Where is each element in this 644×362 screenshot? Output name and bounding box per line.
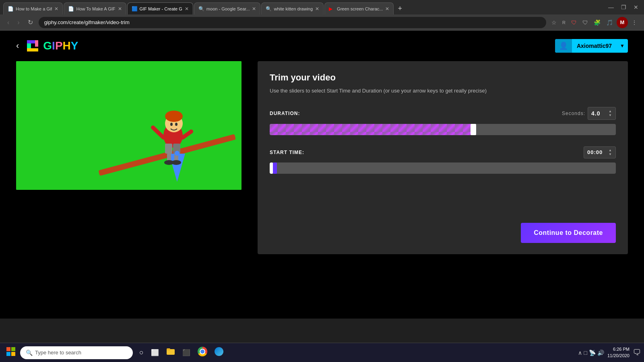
menu-button[interactable]: ⋮	[630, 18, 639, 27]
duration-label: DURATION:	[270, 111, 300, 116]
tab-favicon-4: 🔍	[198, 6, 204, 12]
video-character-svg	[16, 61, 242, 190]
duration-label-row: DURATION: Seconds: 4.0 ▲ ▼	[270, 107, 616, 120]
edge-icon	[215, 347, 223, 356]
tab-6[interactable]: ▶ Green screen Charac... ✕	[324, 2, 394, 14]
tab-title-1: How to Make a Gif	[16, 6, 52, 11]
spinner-down[interactable]: ▼	[609, 114, 612, 117]
duration-slider-handle[interactable]	[471, 124, 476, 135]
file-explorer-button[interactable]	[163, 346, 178, 360]
giphy-wordmark: G I P H Y	[43, 39, 78, 52]
time-control: 00:00 ▲ ▼	[584, 146, 616, 158]
user-menu[interactable]: 👤 Axiomattic97 ▼	[555, 39, 628, 53]
browser-chrome: 📄 How to Make a Gif ✕ 📄 How To Make A GI…	[0, 0, 644, 362]
tab-close-4[interactable]: ✕	[252, 6, 256, 12]
tab-favicon-2: 📄	[68, 6, 74, 12]
continue-button[interactable]: Continue to Decorate	[521, 223, 616, 243]
panel-description: Use the sliders to select Start Time and…	[270, 87, 616, 95]
duration-slider-track[interactable]	[270, 124, 616, 135]
time-spinner-arrows: ▲ ▼	[609, 149, 612, 156]
tab-2[interactable]: 📄 How To Make A GIF ✕	[64, 2, 126, 14]
time-spinner-down[interactable]: ▼	[609, 153, 612, 156]
tab-close-3[interactable]: ✕	[185, 6, 189, 12]
giphy-logo-icon	[25, 39, 40, 53]
back-button[interactable]: ‹	[5, 17, 12, 28]
media-button[interactable]: 🎵	[604, 18, 615, 27]
svg-rect-27	[167, 348, 170, 350]
tab-title-3: GIF Maker - Create G	[140, 6, 182, 11]
readonly-mode-button[interactable]: R	[560, 19, 568, 27]
logo-letter-g: G	[43, 39, 52, 52]
logo-letter-h: H	[63, 39, 71, 52]
profile-button[interactable]: M	[617, 17, 628, 28]
start-time-slider-handle[interactable]	[273, 162, 277, 174]
spinner-up[interactable]: ▲	[609, 110, 612, 113]
tab-favicon-5: 🔍	[266, 6, 271, 12]
user-avatar-area: 👤	[555, 39, 572, 53]
edge-button[interactable]	[211, 346, 227, 360]
seconds-input[interactable]: 4.0 ▲ ▼	[588, 107, 616, 120]
tab-1[interactable]: 📄 How to Make a Gif ✕	[3, 2, 63, 14]
svg-point-16	[165, 111, 183, 122]
tab-close-2[interactable]: ✕	[118, 6, 122, 12]
svg-rect-9	[165, 144, 172, 154]
tab-4[interactable]: 🔍 moon - Google Sear... ✕	[194, 2, 261, 14]
forward-button[interactable]: ›	[15, 17, 22, 28]
extensions-button[interactable]: 🧩	[592, 18, 603, 27]
giphy-back-button[interactable]: ‹	[16, 41, 19, 51]
shield-button[interactable]: 🛡	[580, 18, 590, 27]
duration-slider-fill	[270, 124, 471, 135]
svg-point-20	[175, 123, 178, 126]
user-avatar-icon: 👤	[559, 41, 568, 50]
system-icons: ∧ □ 📡 🔊	[578, 350, 604, 356]
network-icon[interactable]: 📡	[589, 350, 596, 356]
start-button[interactable]	[3, 346, 19, 360]
taskbar-time[interactable]: 6:26 PM 11/20/2020	[607, 346, 630, 359]
chrome-button[interactable]	[194, 345, 211, 360]
restore-button[interactable]: ❐	[619, 4, 629, 10]
task-view-button[interactable]: ⬜	[148, 347, 162, 358]
tab-close-6[interactable]: ✕	[385, 6, 389, 12]
search-icon: 🔍	[26, 350, 33, 356]
tab-close-1[interactable]: ✕	[54, 6, 58, 12]
duration-section: DURATION: Seconds: 4.0 ▲ ▼	[270, 107, 616, 135]
taskbar-center-icons: ○ ⬜ ⬛	[136, 345, 227, 360]
search-placeholder: Type here to search	[35, 350, 81, 356]
bookmark-button[interactable]: ☆	[549, 18, 559, 27]
giphy-header: ‹ G I P H Y	[16, 39, 628, 53]
seconds-value: 4.0	[591, 110, 600, 117]
cortana-button[interactable]: ○	[136, 347, 147, 358]
giphy-nav-left: ‹ G I P H Y	[16, 39, 78, 53]
logo-letter-y: Y	[71, 39, 78, 52]
start-time-input[interactable]: 00:00 ▲ ▼	[584, 146, 616, 158]
start-time-slider-track[interactable]	[270, 162, 616, 174]
volume-icon[interactable]: 🔊	[597, 350, 604, 356]
logo-letter-i: I	[52, 39, 55, 52]
new-tab-button[interactable]: +	[394, 2, 405, 14]
page-content: ‹ G I P H Y	[0, 31, 644, 319]
content-layout: Trim your video Use the sliders to selec…	[16, 61, 628, 254]
terminal-button[interactable]: ⬛	[179, 347, 194, 358]
minimize-button[interactable]: —	[606, 4, 616, 10]
spinner-arrows: ▲ ▼	[609, 110, 612, 117]
tab-close-5[interactable]: ✕	[315, 6, 319, 12]
battery-icon[interactable]: □	[584, 350, 587, 356]
vpn-button[interactable]: 🛡	[569, 18, 579, 27]
tab-favicon-3: 🟦	[132, 6, 137, 12]
taskbar-search[interactable]: 🔍 Type here to search	[20, 346, 133, 359]
address-input[interactable]	[39, 17, 546, 28]
tab-3[interactable]: 🟦 GIF Maker - Create G ✕	[127, 2, 193, 14]
refresh-button[interactable]: ↻	[25, 17, 35, 28]
close-button[interactable]: ✕	[631, 4, 641, 10]
notification-icon[interactable]: 🗨	[633, 348, 641, 357]
tabs-area: 📄 How to Make a Gif ✕ 📄 How To Make A GI…	[3, 0, 606, 14]
time-spinner-up[interactable]: ▲	[609, 149, 612, 152]
taskbar-right: ∧ □ 📡 🔊 6:26 PM 11/20/2020 🗨	[578, 346, 641, 359]
start-time-label-row: START TIME: 00:00 ▲ ▼	[270, 146, 616, 158]
chrome-icon	[198, 347, 207, 356]
seconds-label: Seconds:	[562, 111, 585, 116]
svg-rect-22	[6, 347, 10, 351]
clock-date: 11/20/2020	[607, 353, 630, 359]
chevron-up-icon[interactable]: ∧	[578, 350, 582, 356]
tab-5[interactable]: 🔍 white kitten drawing ✕	[261, 2, 324, 14]
